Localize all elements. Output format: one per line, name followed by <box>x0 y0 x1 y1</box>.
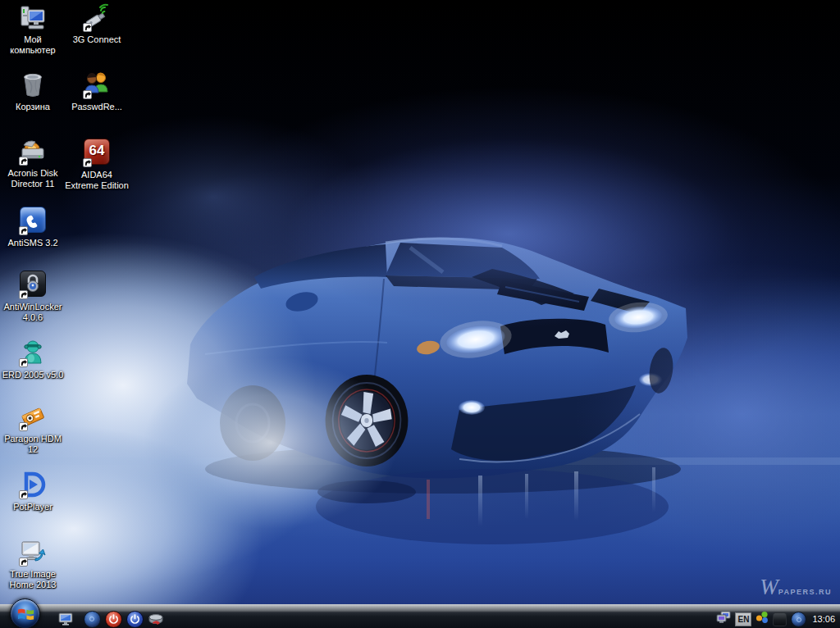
windows-flag-icon <box>16 605 35 623</box>
disk-utility-icon[interactable] <box>148 611 164 627</box>
desktop-icon-3g-connect[interactable]: 3G Connect <box>62 3 131 45</box>
system-tray: EN 13:06 <box>716 611 838 627</box>
desktop-icon-label: AntiWinLocker 4.0.6 <box>0 302 66 323</box>
disc-app-icon[interactable] <box>84 611 100 627</box>
desktop-icon-label: Acronis Disk Director 11 <box>0 168 66 189</box>
shortcut-arrow-icon <box>19 157 28 166</box>
colored-dots-tray-icon[interactable] <box>756 611 769 627</box>
disk-director-icon <box>18 137 48 166</box>
shortcut-arrow-icon <box>83 158 92 167</box>
recycle-bin-icon <box>18 71 48 100</box>
desktop-icon-antisms[interactable]: AntiSMS 3.2 <box>0 205 66 248</box>
shortcut-arrow-icon <box>19 290 28 299</box>
desktop-icon-aida64[interactable]: 64 AIDA64 Extreme Edition <box>62 137 131 191</box>
disc-tray-icon[interactable] <box>791 612 806 627</box>
desktop-background: Мой компьютер 3G Connect <box>0 0 840 628</box>
desktop-icon-paragon-hdm[interactable]: Paragon HDM 12 <box>0 403 66 455</box>
desktop-icon-label: 3G Connect <box>62 34 131 45</box>
my-computer-icon <box>18 3 48 33</box>
antisms-icon <box>18 207 48 236</box>
users-icon <box>82 71 112 100</box>
3g-connect-icon <box>82 3 112 33</box>
potplayer-icon <box>18 471 48 500</box>
desktop-icon-passwdre[interactable]: PasswdRe... <box>62 71 131 112</box>
desktop-icon-label: Корзина <box>0 102 66 112</box>
shortcut-arrow-icon <box>83 23 92 32</box>
shortcut-arrow-icon <box>19 226 28 235</box>
desktop-icon-erd-commander[interactable]: ERD 2005 v5.0 <box>0 339 66 380</box>
desktop-icon-label: True Image Home 2013 <box>0 569 66 590</box>
desktop-icon-potplayer[interactable]: PotPlayer <box>0 471 66 512</box>
padlock-icon <box>18 271 48 300</box>
taskbar: EN 13:06 <box>0 604 840 628</box>
desktop-icon-label: Paragon HDM 12 <box>0 434 66 455</box>
shortcut-arrow-icon <box>19 358 28 367</box>
erd-robot-icon <box>18 339 48 368</box>
start-button[interactable] <box>10 598 40 628</box>
desktop-icon-antiwinlocker[interactable]: AntiWinLocker 4.0.6 <box>0 269 66 323</box>
language-indicator[interactable]: EN <box>735 612 751 626</box>
power-red-icon[interactable] <box>105 611 121 627</box>
shortcut-arrow-icon <box>83 90 92 99</box>
desktop-icon-acronis-disk-director[interactable]: Acronis Disk Director 11 <box>0 137 66 189</box>
shortcut-arrow-icon <box>19 557 28 567</box>
desktop-icon-recycle-bin[interactable]: Корзина <box>0 71 66 112</box>
shortcut-arrow-icon <box>19 422 28 431</box>
aida64-icon: 64 <box>82 139 112 168</box>
network-icon[interactable] <box>716 611 731 627</box>
wallpaper-watermark: Wpapers.ru <box>760 575 832 600</box>
desktop-icon-label: AntiSMS 3.2 <box>0 238 66 248</box>
desktop-icon-my-computer[interactable]: Мой компьютер <box>0 3 66 56</box>
power-blue-icon[interactable] <box>126 611 143 627</box>
desktop-icon-label: ERD 2005 v5.0 <box>0 370 66 380</box>
true-image-icon <box>18 538 48 567</box>
paragon-ticket-icon <box>18 403 48 432</box>
desktop-icon-label: Мой компьютер <box>0 34 66 56</box>
quick-launch-bar <box>57 611 164 627</box>
desktop-icon-true-image[interactable]: True Image Home 2013 <box>0 538 66 590</box>
desktop-icon-label: PotPlayer <box>0 502 66 512</box>
dark-app-tray-icon[interactable] <box>773 612 787 626</box>
taskbar-clock[interactable]: 13:06 <box>812 614 835 624</box>
shortcut-arrow-icon <box>19 490 28 499</box>
aida64-icon-text: 64 <box>84 143 109 159</box>
desktop-icon-label: PasswdRe... <box>62 102 131 112</box>
desktop-icon-label: AIDA64 Extreme Edition <box>62 170 131 191</box>
show-desktop-icon[interactable] <box>57 611 74 627</box>
